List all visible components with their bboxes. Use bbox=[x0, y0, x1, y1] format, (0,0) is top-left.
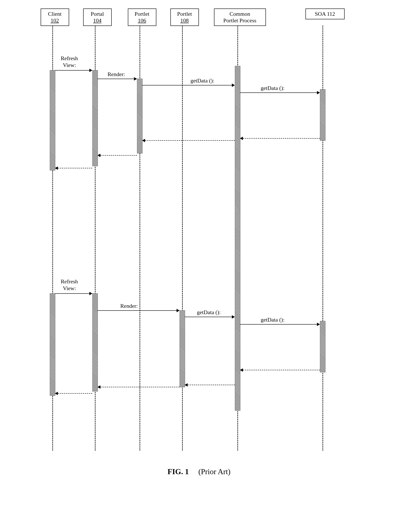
message-label-getdata1a: getData (): bbox=[191, 78, 215, 84]
message-label-getdata2a: getData (): bbox=[197, 309, 221, 316]
arrow-getdata2b bbox=[240, 324, 317, 324]
message-label-render1: Render: bbox=[108, 71, 125, 78]
return-portal-client-2 bbox=[58, 393, 92, 394]
arrowhead-icon bbox=[89, 69, 92, 72]
activation-soa-2 bbox=[320, 321, 326, 372]
message-label-render2: Render: bbox=[120, 303, 138, 309]
arrow-refresh2 bbox=[55, 293, 89, 294]
arrowhead-icon bbox=[240, 368, 243, 372]
arrowhead-icon bbox=[89, 292, 92, 295]
participant-portlet2: Portlet 108 bbox=[170, 8, 199, 26]
participant-label: Portlet bbox=[173, 11, 196, 17]
participant-label: Common bbox=[216, 11, 263, 17]
return-soa-cpp-1 bbox=[243, 138, 320, 139]
arrowhead-icon bbox=[232, 83, 235, 87]
arrow-render2 bbox=[98, 310, 176, 311]
return-cpp-portlet2 bbox=[188, 385, 235, 385]
arrowhead-icon bbox=[55, 392, 58, 395]
arrow-getdata1a bbox=[142, 85, 232, 85]
participant-label: Portlet Process bbox=[216, 17, 263, 24]
participant-portal: Portal 104 bbox=[83, 8, 112, 26]
activation-portlet1 bbox=[137, 79, 143, 153]
arrowhead-icon bbox=[98, 154, 100, 157]
arrowhead-icon bbox=[55, 166, 58, 170]
activation-client-1 bbox=[50, 70, 55, 171]
participant-portlet1: Portlet 106 bbox=[128, 8, 156, 26]
arrow-getdata2a bbox=[185, 317, 232, 317]
activation-soa-1 bbox=[320, 89, 326, 141]
activation-client-2 bbox=[50, 293, 55, 396]
return-portlet1-portal bbox=[100, 155, 137, 156]
message-label-getdata1b: getData (): bbox=[261, 85, 285, 91]
participant-label: 108 bbox=[173, 17, 196, 24]
arrowhead-icon bbox=[185, 383, 188, 387]
arrowhead-icon bbox=[142, 139, 145, 142]
arrow-render1 bbox=[98, 79, 134, 79]
message-label-refresh1b: View: bbox=[63, 62, 76, 69]
return-portlet2-portal bbox=[100, 387, 180, 387]
message-label-refresh1a: Refresh bbox=[61, 55, 78, 62]
arrowhead-icon bbox=[134, 77, 137, 81]
participant-label: 104 bbox=[86, 17, 109, 24]
activation-portlet2 bbox=[180, 310, 185, 387]
figure-title: FIG. 1 (Prior Art) bbox=[29, 467, 369, 476]
arrow-getdata1b bbox=[240, 92, 317, 93]
participant-label: SOA 112 bbox=[308, 11, 342, 17]
message-label-refresh2a: Refresh bbox=[61, 279, 78, 285]
message-label-refresh2b: View: bbox=[63, 285, 76, 291]
arrowhead-icon bbox=[317, 323, 320, 326]
return-cpp-portlet1 bbox=[145, 140, 235, 141]
arrow-refresh1 bbox=[55, 70, 89, 70]
arrowhead-icon bbox=[98, 385, 100, 389]
arrowhead-icon bbox=[240, 137, 243, 140]
participant-label: 106 bbox=[130, 17, 154, 24]
figure-number: FIG. 1 bbox=[168, 467, 189, 476]
participant-label: 102 bbox=[43, 17, 67, 24]
participant-label: Client bbox=[43, 11, 67, 17]
message-label-getdata2b: getData (): bbox=[261, 317, 285, 323]
return-portal-client-1 bbox=[58, 168, 92, 168]
figure-note: (Prior Art) bbox=[198, 467, 231, 476]
activation-portal-1 bbox=[92, 70, 98, 166]
participant-label: Portlet bbox=[130, 11, 154, 17]
activation-cpp bbox=[235, 66, 240, 411]
arrowhead-icon bbox=[232, 315, 235, 319]
participant-cpp: Common Portlet Process bbox=[214, 8, 266, 26]
participant-label: Portal bbox=[86, 11, 109, 17]
return-soa-cpp-2 bbox=[243, 370, 320, 370]
activation-portal-2 bbox=[92, 293, 98, 392]
arrowhead-icon bbox=[317, 91, 320, 94]
arrowhead-icon bbox=[176, 309, 180, 312]
participant-client: Client 102 bbox=[41, 8, 69, 26]
sequence-diagram: Client 102 Portal 104 Portlet 106 Portle… bbox=[29, 8, 369, 476]
participant-soa: SOA 112 bbox=[306, 8, 345, 19]
